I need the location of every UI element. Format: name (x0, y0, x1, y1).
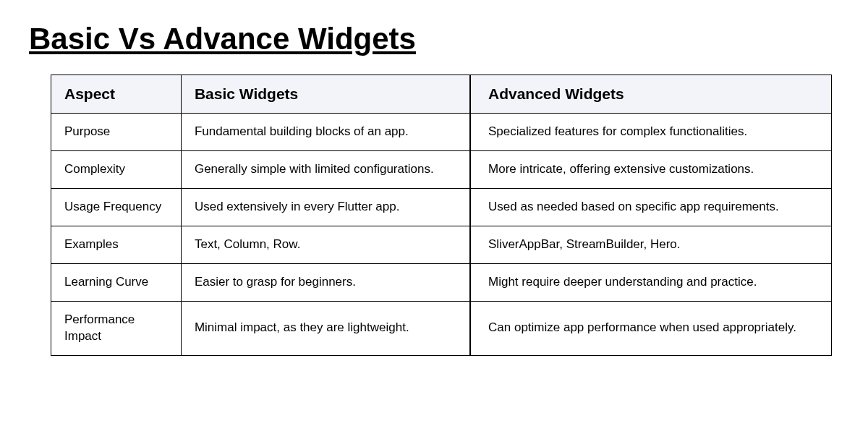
cell-aspect: Performance Impact (51, 301, 182, 355)
header-advanced: Advanced Widgets (470, 75, 831, 114)
table-row: Learning Curve Easier to grasp for begin… (51, 263, 832, 301)
cell-aspect: Examples (51, 226, 182, 263)
cell-advanced: Used as needed based on specific app req… (470, 188, 831, 226)
cell-aspect: Purpose (51, 114, 182, 151)
table-header-row: Aspect Basic Widgets Advanced Widgets (51, 75, 832, 114)
comparison-table: Aspect Basic Widgets Advanced Widgets Pu… (51, 75, 832, 356)
cell-advanced: Might require deeper understanding and p… (470, 263, 831, 301)
header-aspect: Aspect (51, 75, 182, 114)
cell-basic: Generally simple with limited configurat… (181, 150, 470, 188)
table-row: Examples Text, Column, Row. SliverAppBar… (51, 226, 832, 263)
header-basic: Basic Widgets (181, 75, 470, 114)
table-row: Complexity Generally simple with limited… (51, 150, 832, 188)
cell-advanced: Can optimize app performance when used a… (470, 301, 831, 355)
cell-basic: Fundamental building blocks of an app. (181, 114, 470, 151)
cell-aspect: Learning Curve (51, 263, 182, 301)
table-row: Usage Frequency Used extensively in ever… (51, 188, 832, 226)
table-row: Purpose Fundamental building blocks of a… (51, 114, 832, 151)
cell-aspect: Usage Frequency (51, 188, 182, 226)
cell-basic: Used extensively in every Flutter app. (181, 188, 470, 226)
cell-advanced: SliverAppBar, StreamBuilder, Hero. (470, 226, 831, 263)
page-title: Basic Vs Advance Widgets (29, 22, 839, 56)
cell-advanced: Specialized features for complex functio… (470, 114, 831, 151)
cell-advanced: More intricate, offering extensive custo… (470, 150, 831, 188)
cell-basic: Easier to grasp for beginners. (181, 263, 470, 301)
cell-aspect: Complexity (51, 150, 182, 188)
table-row: Performance Impact Minimal impact, as th… (51, 301, 832, 355)
cell-basic: Minimal impact, as they are lightweight. (181, 301, 470, 355)
cell-basic: Text, Column, Row. (181, 226, 470, 263)
